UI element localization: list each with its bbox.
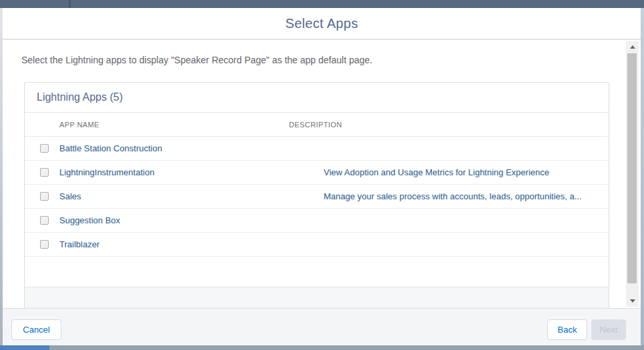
scroll-up-button[interactable] bbox=[626, 41, 639, 53]
table-header-row: APP NAME DESCRIPTION bbox=[25, 113, 609, 137]
app-description: View Adoption and Usage Metrics for Ligh… bbox=[324, 167, 609, 177]
checkbox-cell bbox=[25, 216, 59, 225]
card-title: Lightning Apps (5) bbox=[37, 91, 123, 103]
scroll-down-button[interactable] bbox=[626, 295, 639, 307]
header-bar-divider bbox=[69, 0, 71, 8]
column-header-description: DESCRIPTION bbox=[289, 121, 609, 129]
row-checkbox[interactable] bbox=[40, 144, 49, 153]
table-row[interactable]: LightningInstrumentation View Adoption a… bbox=[25, 161, 609, 185]
row-checkbox[interactable] bbox=[40, 168, 49, 177]
row-checkbox[interactable] bbox=[40, 216, 49, 225]
scroll-up-icon bbox=[630, 45, 635, 49]
app-name: LightningInstrumentation bbox=[59, 167, 324, 177]
column-header-app-name: APP NAME bbox=[59, 121, 289, 129]
row-checkbox[interactable] bbox=[40, 240, 49, 249]
empty-table-row bbox=[25, 257, 609, 287]
table-row[interactable]: Trailblazer bbox=[25, 233, 609, 257]
checkbox-cell bbox=[25, 168, 59, 177]
app-name: Trailblazer bbox=[59, 239, 324, 249]
next-button[interactable]: Next bbox=[591, 319, 626, 340]
cancel-button[interactable]: Cancel bbox=[11, 319, 61, 340]
card-footer-area bbox=[25, 287, 609, 308]
vertical-scrollbar[interactable] bbox=[626, 41, 639, 307]
modal-header: Select Apps bbox=[3, 8, 641, 40]
select-apps-modal: Select Apps Select the Lightning apps to… bbox=[3, 8, 641, 345]
table-row[interactable]: Sales Manage your sales process with acc… bbox=[25, 185, 609, 209]
app-header-bar bbox=[0, 0, 644, 8]
modal-title: Select Apps bbox=[3, 8, 641, 39]
modal-footer: Cancel Back Next bbox=[3, 308, 641, 345]
app-name: Sales bbox=[59, 191, 324, 201]
modal-content: Select the Lightning apps to display "Sp… bbox=[3, 41, 641, 308]
back-button[interactable]: Back bbox=[547, 319, 587, 340]
lightning-apps-card: Lightning Apps (5) APP NAME DESCRIPTION … bbox=[24, 82, 609, 308]
backdrop-right-edge bbox=[641, 8, 644, 345]
app-footer-bar bbox=[0, 345, 644, 350]
checkbox-cell bbox=[25, 192, 59, 201]
footer-bar-accent bbox=[0, 345, 49, 350]
app-name: Battle Station Construction bbox=[59, 143, 324, 153]
table-body: Battle Station Construction LightningIns… bbox=[25, 137, 609, 257]
checkbox-cell bbox=[25, 144, 59, 153]
checkbox-cell bbox=[25, 240, 59, 249]
table-row[interactable]: Suggestion Box bbox=[25, 209, 609, 233]
intro-text: Select the Lightning apps to display "Sp… bbox=[21, 55, 372, 65]
app-description: Manage your sales process with accounts,… bbox=[324, 191, 609, 201]
scroll-down-icon bbox=[630, 299, 635, 303]
row-checkbox[interactable] bbox=[40, 192, 49, 201]
scrollbar-thumb[interactable] bbox=[627, 53, 637, 283]
app-name: Suggestion Box bbox=[59, 215, 324, 225]
table-row[interactable]: Battle Station Construction bbox=[25, 137, 609, 161]
card-header: Lightning Apps (5) bbox=[25, 83, 609, 113]
